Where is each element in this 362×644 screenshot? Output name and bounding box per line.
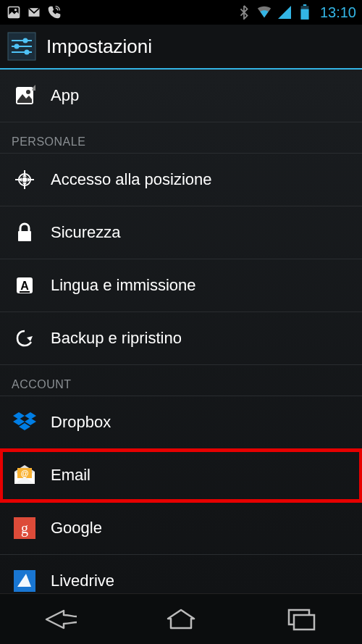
signal-icon [277,4,292,20]
settings-item-location[interactable]: Accesso alla posizione [0,154,362,206]
svg-rect-28 [294,615,314,630]
settings-item-google[interactable]: g Google [0,502,362,555]
svg-rect-5 [300,9,308,20]
settings-item-apps[interactable]: App [0,70,362,122]
settings-list[interactable]: App PERSONALE Accesso alla posizione Sic… [0,70,362,593]
google-icon: g [12,515,38,541]
settings-item-label: App [51,86,79,105]
settings-item-backup[interactable]: Backup e ripristino [0,312,362,365]
dropbox-icon [12,409,38,435]
settings-item-label: Livedrive [51,572,114,590]
svg-point-12 [25,50,30,55]
status-clock: 13:10 [320,4,356,21]
apps-icon [12,83,38,109]
settings-item-label: Accesso alla posizione [51,170,212,189]
settings-item-language[interactable]: A Lingua e immissione [0,259,362,312]
app-header: Impostazioni [0,25,362,70]
svg-rect-18 [18,231,31,241]
settings-item-livedrive[interactable]: Livedrive [0,555,362,593]
battery-icon [297,4,313,20]
svg-point-10 [23,38,28,43]
page-title: Impostazioni [46,35,152,58]
svg-text:@: @ [21,469,29,477]
settings-item-label: Dropbox [51,413,111,432]
gmail-status-icon [26,4,42,20]
livedrive-icon [12,568,38,593]
section-header-account: ACCOUNT [0,365,362,396]
svg-point-17 [22,177,28,183]
settings-item-dropbox[interactable]: Dropbox [0,396,362,449]
settings-icon [7,32,36,61]
svg-text:g: g [21,520,28,537]
settings-item-label: Backup e ripristino [51,329,182,348]
settings-item-security[interactable]: Sicurezza [0,206,362,259]
image-status-icon [6,4,22,20]
svg-rect-21 [20,291,30,293]
backup-icon [12,325,38,351]
location-icon [12,167,38,193]
nav-bar [0,593,362,644]
svg-point-11 [14,44,20,49]
wifi-icon [256,4,272,20]
language-icon: A [12,272,38,298]
email-icon: @ [12,462,38,488]
nav-recent-button[interactable] [258,601,345,637]
settings-item-label: Google [51,519,102,538]
settings-item-email[interactable]: @ Email [0,449,362,502]
settings-item-label: Email [51,466,90,485]
settings-item-label: Sicurezza [51,223,121,242]
bluetooth-icon [236,4,252,20]
svg-point-14 [26,90,30,94]
phone-status-icon [46,4,62,20]
svg-text:A: A [20,280,29,292]
svg-point-1 [14,9,17,11]
status-bar: 13:10 [0,0,362,25]
settings-item-label: Lingua e immissione [51,276,196,295]
section-header-personal: PERSONALE [0,122,362,154]
svg-rect-3 [303,4,306,6]
nav-back-button[interactable] [17,601,104,637]
lock-icon [12,219,38,246]
nav-home-button[interactable] [138,601,224,637]
